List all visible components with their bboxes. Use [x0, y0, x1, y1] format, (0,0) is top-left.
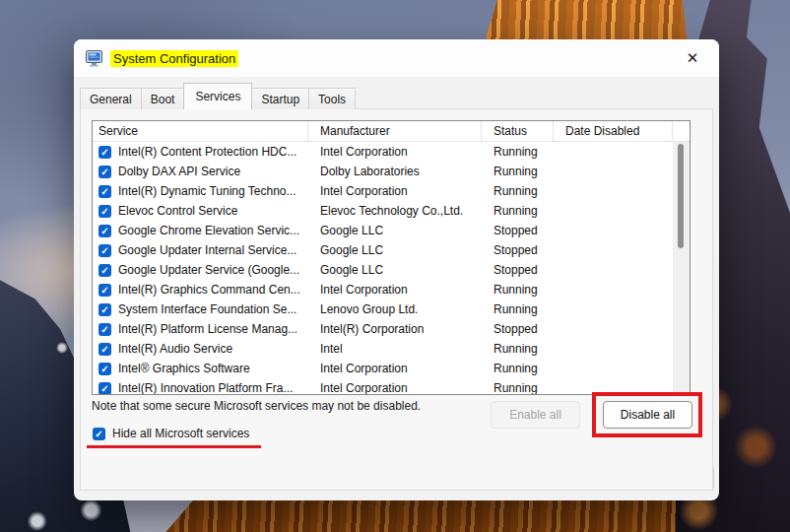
tab-services[interactable]: Services [183, 83, 252, 109]
table-row[interactable]: ✓Google Chrome Elevation Servic...Google… [93, 221, 673, 240]
service-name: System Interface Foundation Se... [118, 302, 296, 316]
manufacturer-cell: Intel Corporation [308, 184, 482, 198]
system-configuration-icon [86, 50, 104, 67]
service-checkbox-checked-icon[interactable]: ✓ [99, 303, 111, 316]
service-name-cell: ✓Google Updater Service (Google... [93, 263, 308, 277]
table-row[interactable]: ✓Intel® Graphics SoftwareIntel Corporati… [93, 359, 673, 378]
status-cell: Running [482, 184, 554, 198]
manufacturer-cell: Lenovo Group Ltd. [308, 302, 482, 316]
services-table-header: ServiceManufacturerStatusDate Disabled [93, 121, 690, 142]
service-name: Google Chrome Elevation Servic... [118, 224, 299, 237]
table-row[interactable]: ✓Google Updater Internal Service...Googl… [93, 240, 673, 260]
service-name: Intel(R) Content Protection HDC... [118, 145, 296, 159]
status-cell: Running [482, 342, 554, 356]
table-row[interactable]: ✓Intel(R) Dynamic Tuning Techno...Intel … [93, 181, 673, 201]
service-checkbox-checked-icon[interactable]: ✓ [99, 146, 111, 159]
status-cell: Running [482, 381, 554, 394]
service-checkbox-checked-icon[interactable]: ✓ [99, 185, 111, 198]
hide-microsoft-services-label: Hide all Microsoft services [112, 427, 249, 440]
titlebar[interactable]: System Configuration ✕ [74, 39, 719, 77]
service-checkbox-checked-icon[interactable]: ✓ [99, 323, 111, 336]
manufacturer-cell: Intel Corporation [308, 362, 482, 375]
service-name: Google Updater Service (Google... [118, 263, 299, 277]
service-checkbox-checked-icon[interactable]: ✓ [99, 343, 111, 356]
status-cell: Stopped [482, 243, 554, 257]
disable-all-button[interactable]: Disable all [603, 401, 692, 429]
column-header-date-disabled[interactable]: Date Disabled [554, 121, 673, 141]
manufacturer-cell: Google LLC [308, 243, 482, 257]
service-name-cell: ✓Dolby DAX API Service [93, 165, 308, 178]
service-name-cell: ✓Intel® Graphics Software [93, 362, 308, 375]
service-name: Intel(R) Platform License Manag... [118, 322, 297, 336]
tabstrip: GeneralBootServicesStartupTools [80, 83, 355, 109]
service-name: Elevoc Control Service [118, 204, 237, 218]
service-name-cell: ✓Intel(R) Dynamic Tuning Techno... [93, 184, 308, 198]
scrollbar-thumb[interactable] [678, 144, 684, 248]
system-configuration-window: System Configuration ✕ GeneralBootServic… [74, 39, 719, 500]
table-row[interactable]: ✓System Interface Foundation Se...Lenovo… [93, 299, 673, 319]
table-row[interactable]: ✓Intel(R) Content Protection HDC...Intel… [93, 142, 673, 162]
services-note: Note that some secure Microsoft services… [92, 399, 421, 413]
manufacturer-cell: Intel [308, 342, 482, 356]
status-cell: Running [482, 283, 554, 297]
service-name: Dolby DAX API Service [118, 165, 240, 178]
table-row[interactable]: ✓Intel(R) Innovation Platform Fra...Inte… [93, 378, 673, 394]
table-row[interactable]: ✓Elevoc Control ServiceElevoc Technology… [93, 201, 673, 221]
services-table-body: ✓Intel(R) Content Protection HDC...Intel… [93, 142, 673, 394]
tab-tools[interactable]: Tools [308, 88, 356, 109]
close-button[interactable]: ✕ [678, 45, 707, 71]
checkbox-checked-icon[interactable]: ✓ [93, 428, 105, 440]
service-name: Intel(R) Audio Service [118, 342, 232, 356]
annotation-red-underline [87, 445, 261, 448]
manufacturer-cell: Intel Corporation [308, 283, 482, 297]
service-checkbox-checked-icon[interactable]: ✓ [99, 284, 111, 297]
status-cell: Running [482, 302, 554, 316]
table-row[interactable]: ✓Google Updater Service (Google...Google… [93, 260, 673, 280]
manufacturer-cell: Intel Corporation [308, 381, 482, 394]
hide-microsoft-services-checkbox[interactable]: ✓ Hide all Microsoft services [93, 427, 249, 440]
manufacturer-cell: Intel(R) Corporation [308, 322, 482, 336]
table-row[interactable]: ✓Dolby DAX API ServiceDolby Laboratories… [93, 162, 673, 181]
column-header-service[interactable]: Service [93, 121, 308, 141]
service-checkbox-checked-icon[interactable]: ✓ [99, 264, 111, 277]
table-row[interactable]: ✓Intel(R) Audio ServiceIntelRunning [93, 339, 673, 359]
service-checkbox-checked-icon[interactable]: ✓ [99, 382, 111, 395]
manufacturer-cell: Elevoc Technology Co.,Ltd. [308, 204, 482, 218]
service-name: Intel(R) Dynamic Tuning Techno... [118, 184, 296, 198]
service-name-cell: ✓System Interface Foundation Se... [93, 302, 308, 316]
service-name: Intel® Graphics Software [118, 362, 250, 375]
status-cell: Stopped [482, 263, 554, 277]
tab-general[interactable]: General [80, 88, 142, 109]
desktop: System Configuration ✕ GeneralBootServic… [0, 0, 790, 532]
tab-boot[interactable]: Boot [141, 88, 185, 109]
service-checkbox-checked-icon[interactable]: ✓ [99, 244, 111, 257]
service-name-cell: ✓Google Updater Internal Service... [93, 243, 308, 257]
manufacturer-cell: Dolby Laboratories [308, 165, 482, 178]
service-checkbox-checked-icon[interactable]: ✓ [99, 225, 111, 237]
service-name: Intel(R) Innovation Platform Fra... [118, 381, 293, 394]
enable-all-button[interactable]: Enable all [491, 401, 580, 429]
service-name-cell: ✓Intel(R) Graphics Command Cen... [93, 283, 308, 297]
vertical-scrollbar[interactable] [673, 142, 690, 394]
service-checkbox-checked-icon[interactable]: ✓ [99, 166, 111, 178]
manufacturer-cell: Google LLC [308, 263, 482, 277]
services-table: ServiceManufacturerStatusDate Disabled ✓… [92, 120, 691, 395]
status-cell: Stopped [482, 224, 554, 237]
window-title: System Configuration [110, 50, 238, 67]
column-header-manufacturer[interactable]: Manufacturer [308, 121, 482, 141]
service-name-cell: ✓Google Chrome Elevation Servic... [93, 224, 308, 237]
table-row[interactable]: ✓Intel(R) Platform License Manag...Intel… [93, 319, 673, 339]
service-checkbox-checked-icon[interactable]: ✓ [99, 363, 111, 375]
column-header-status[interactable]: Status [482, 121, 554, 141]
service-name-cell: ✓Intel(R) Audio Service [93, 342, 308, 356]
status-cell: Running [482, 204, 554, 218]
tab-startup[interactable]: Startup [251, 88, 309, 109]
service-checkbox-checked-icon[interactable]: ✓ [99, 205, 111, 218]
service-name: Google Updater Internal Service... [118, 243, 296, 257]
service-name-cell: ✓Intel(R) Innovation Platform Fra... [93, 381, 308, 394]
status-cell: Stopped [482, 322, 554, 336]
status-cell: Running [482, 362, 554, 375]
table-row[interactable]: ✓Intel(R) Graphics Command Cen...Intel C… [93, 280, 673, 299]
services-tab-page: ServiceManufacturerStatusDate Disabled ✓… [80, 108, 713, 491]
manufacturer-cell: Intel Corporation [308, 145, 482, 159]
